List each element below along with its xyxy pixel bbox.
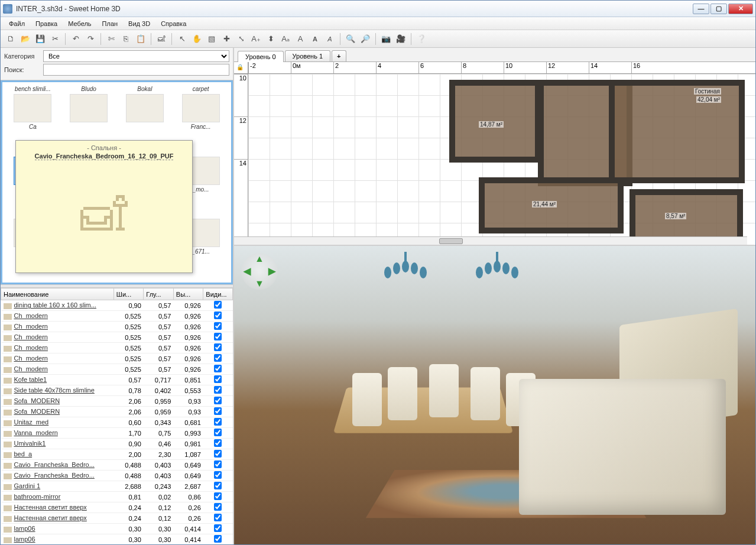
- table-row[interactable]: Ch_modern 0,525 0,57 0,926: [1, 311, 233, 322]
- textsize-icon[interactable]: Aₐ: [279, 33, 292, 46]
- visible-checkbox[interactable]: [214, 429, 222, 436]
- save-icon[interactable]: 💾: [34, 33, 47, 46]
- floorplan-canvas[interactable]: -20м246810121416 101214 14,87 м² Гостина…: [234, 62, 755, 245]
- table-row[interactable]: Ch_modern 0,525 0,57 0,926: [1, 353, 233, 364]
- style-icon[interactable]: A: [294, 33, 307, 46]
- table-row[interactable]: Gardini 1 2,688 0,243 2,687: [1, 481, 233, 492]
- col-height[interactable]: Вы...: [173, 288, 203, 300]
- visible-checkbox[interactable]: [214, 407, 222, 415]
- table-row[interactable]: Настенная светит вверх 0,24 0,12 0,26: [1, 513, 233, 524]
- table-row[interactable]: Cavio_Francheska_Bedro... 0,488 0,403 0,…: [1, 471, 233, 481]
- camera-icon[interactable]: 📷: [379, 33, 392, 46]
- room[interactable]: 8,57 м²: [630, 189, 743, 236]
- table-row[interactable]: Unitaz_med 0,60 0,343 0,681: [1, 417, 233, 428]
- menu-furniture[interactable]: Мебель: [63, 19, 96, 28]
- wall-icon[interactable]: ▧: [205, 33, 218, 46]
- visible-checkbox[interactable]: [214, 343, 222, 351]
- furniture-table-pane[interactable]: Наименование Ши... Глу... Вы... Види... …: [1, 288, 233, 544]
- table-row[interactable]: Sofa_MODERN 2,06 0,959 0,93: [1, 396, 233, 407]
- floorplan-grid[interactable]: 14,87 м² Гостиная 42,04 м² 21,44 м² 8,57…: [248, 74, 755, 236]
- text-icon[interactable]: ⬍: [264, 33, 277, 46]
- pan-icon[interactable]: ✋: [190, 33, 203, 46]
- ruler-lock-icon[interactable]: [234, 62, 248, 74]
- visible-checkbox[interactable]: [214, 312, 222, 319]
- menu-plan[interactable]: План: [98, 19, 123, 28]
- visible-checkbox[interactable]: [214, 492, 222, 500]
- tab-add-level[interactable]: +: [332, 50, 346, 61]
- table-row[interactable]: lamp06 0,30 0,30 0,414: [1, 534, 233, 545]
- catalog-item-icon[interactable]: [14, 94, 51, 122]
- room[interactable]: Гостиная 42,04 м²: [609, 80, 745, 183]
- menu-file[interactable]: Файл: [4, 19, 30, 28]
- visible-checkbox[interactable]: [214, 365, 222, 372]
- table-row[interactable]: bed_a 2,00 2,30 1,087: [1, 449, 233, 460]
- undo-icon[interactable]: ↶: [69, 33, 82, 46]
- col-width[interactable]: Ши...: [113, 288, 144, 300]
- visible-checkbox[interactable]: [214, 460, 222, 468]
- visible-checkbox[interactable]: [214, 354, 222, 362]
- col-visible[interactable]: Види...: [203, 288, 233, 300]
- catalog-item-icon[interactable]: [182, 94, 220, 122]
- visible-checkbox[interactable]: [214, 514, 222, 521]
- open-icon[interactable]: 📂: [19, 33, 32, 46]
- furniture-catalog[interactable]: bench slimli...Ca Bludo Bokal carpetFran…: [1, 80, 233, 284]
- table-row[interactable]: Ch_modern 0,525 0,57 0,926: [1, 332, 233, 343]
- table-row[interactable]: Настенная светит вверх 0,24 0,12 0,26: [1, 502, 233, 513]
- tab-level-1[interactable]: Уровень 1: [285, 50, 331, 61]
- table-row[interactable]: lamp06 0,30 0,30 0,414: [1, 524, 233, 534]
- table-row[interactable]: Ch_modern 0,525 0,57 0,926: [1, 322, 233, 332]
- close-button[interactable]: ✕: [728, 4, 753, 14]
- visible-checkbox[interactable]: [214, 535, 222, 543]
- menu-3dview[interactable]: Вид 3D: [124, 19, 155, 28]
- select-icon[interactable]: ↖: [176, 33, 189, 46]
- visible-checkbox[interactable]: [214, 322, 222, 330]
- visible-checkbox[interactable]: [214, 439, 222, 447]
- table-row[interactable]: Umivalnik1 0,90 0,46 0,981: [1, 439, 233, 449]
- zoomout-icon[interactable]: 🔎: [359, 33, 372, 46]
- new-icon[interactable]: 🗋: [4, 33, 17, 46]
- table-row[interactable]: Vanna_modern 1,70 0,75 0,993: [1, 428, 233, 439]
- visible-checkbox[interactable]: [214, 450, 222, 458]
- cut-icon[interactable]: ✄: [105, 33, 118, 46]
- visible-checkbox[interactable]: [214, 375, 222, 383]
- table-row[interactable]: Side table 40x78cm slimline 0,78 0,402 0…: [1, 385, 233, 396]
- menu-help[interactable]: Справка: [156, 19, 191, 28]
- table-row[interactable]: Ch_modern 0,525 0,57 0,926: [1, 364, 233, 375]
- nav-compass[interactable]: ▲ ◀▶ ▼: [241, 253, 278, 290]
- copy-icon[interactable]: ⎘: [119, 33, 132, 46]
- room[interactable]: 21,44 м²: [479, 177, 624, 233]
- tab-level-0[interactable]: Уровень 0: [238, 51, 284, 62]
- bold-icon[interactable]: A: [309, 33, 322, 46]
- visible-checkbox[interactable]: [214, 397, 222, 404]
- category-select[interactable]: Все: [43, 50, 229, 62]
- maximize-button[interactable]: ▢: [710, 4, 727, 14]
- catalog-item-icon[interactable]: [70, 94, 108, 122]
- prefs-icon[interactable]: ✂: [48, 33, 61, 46]
- video-icon[interactable]: 🎥: [394, 33, 407, 46]
- col-name[interactable]: Наименование: [1, 288, 114, 300]
- room-icon[interactable]: ✚: [220, 33, 233, 46]
- help-icon[interactable]: ❔: [415, 33, 428, 46]
- minimize-button[interactable]: —: [693, 4, 709, 14]
- table-row[interactable]: Sofa_MODERN 2,06 0,959 0,93: [1, 407, 233, 417]
- table-row[interactable]: Cavio_Francheska_Bedro... 0,488 0,403 0,…: [1, 460, 233, 471]
- catalog-item-icon[interactable]: [126, 94, 164, 122]
- table-row[interactable]: Ch_modern 0,525 0,57 0,926: [1, 343, 233, 353]
- visible-checkbox[interactable]: [214, 333, 222, 340]
- view3d-pane[interactable]: ▲ ◀▶ ▼: [234, 246, 755, 544]
- paste-icon[interactable]: 📋: [134, 33, 147, 46]
- plan-scrollbar-h[interactable]: [234, 236, 747, 245]
- table-row[interactable]: bathroom-mirror 0,81 0,02 0,86: [1, 492, 233, 502]
- table-row[interactable]: Kofe table1 0,57 0,717 0,851: [1, 375, 233, 385]
- visible-checkbox[interactable]: [214, 301, 222, 309]
- col-depth[interactable]: Глу...: [144, 288, 174, 300]
- polyline-icon[interactable]: ⤡: [235, 33, 248, 46]
- italic-icon[interactable]: A: [323, 33, 336, 46]
- visible-checkbox[interactable]: [214, 524, 222, 532]
- room[interactable]: 14,87 м²: [449, 80, 541, 163]
- dimension-icon[interactable]: A₊: [249, 33, 262, 46]
- redo-icon[interactable]: ↷: [84, 33, 97, 46]
- visible-checkbox[interactable]: [214, 418, 222, 426]
- menu-edit[interactable]: Правка: [31, 19, 62, 28]
- search-input[interactable]: [43, 64, 229, 76]
